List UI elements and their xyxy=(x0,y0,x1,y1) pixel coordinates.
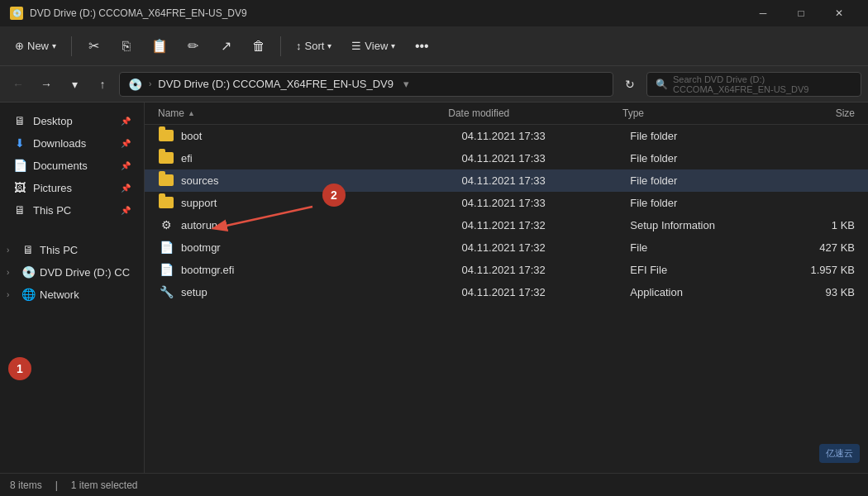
file-date: 04.11.2021 17:33 xyxy=(462,152,631,165)
this-pc-icon: 🖥 xyxy=(13,203,26,217)
file-name: sources xyxy=(181,174,462,187)
file-date: 04.11.2021 17:33 xyxy=(462,197,631,209)
file-type: File folder xyxy=(630,152,770,165)
share-button[interactable]: ↗ xyxy=(211,31,241,61)
documents-icon: 📄 xyxy=(13,159,26,172)
file-size: 93 KB xyxy=(770,286,855,298)
file-row-sources[interactable]: sources 04.11.2021 17:33 File folder xyxy=(145,169,868,192)
annotation-badge-2: 2 xyxy=(322,184,346,207)
address-dropdown-button[interactable]: ▾ xyxy=(398,72,415,97)
rename-button[interactable]: ✏ xyxy=(178,31,207,61)
column-name[interactable]: Name ▲ xyxy=(158,107,448,119)
search-placeholder: Search DVD Drive (D:) CCCOMA_X64FRE_EN-U… xyxy=(673,74,852,94)
up-directory-button[interactable]: ↑ xyxy=(91,73,114,96)
sidebar-tree-this-pc[interactable]: › 🖥 This PC xyxy=(0,239,144,260)
title-bar: 💿 DVD Drive (D:) CCCOMA_X64FRE_EN-US_DV9… xyxy=(0,0,868,26)
sidebar-item-label: Pictures xyxy=(33,182,72,194)
sidebar-item-label: Desktop xyxy=(33,115,73,127)
file-type: File folder xyxy=(630,197,770,209)
address-bar: ← → ▾ ↑ 💿 › DVD Drive (D:) CCCOMA_X64FRE… xyxy=(0,66,868,103)
sidebar-tree-network[interactable]: › 🌐 Network xyxy=(0,284,144,305)
sort-icon: ↕ xyxy=(296,40,302,52)
column-size[interactable]: Size xyxy=(768,107,855,119)
path-separator: › xyxy=(149,79,151,88)
minimize-button[interactable]: ─ xyxy=(744,0,782,26)
maximize-button[interactable]: □ xyxy=(782,0,820,26)
forward-button[interactable]: → xyxy=(35,73,58,96)
search-box[interactable]: 🔍 Search DVD Drive (D:) CCCOMA_X64FRE_EN… xyxy=(646,72,861,97)
view-button[interactable]: ☰ View ▾ xyxy=(343,35,403,57)
pin-icon: 📌 xyxy=(121,184,131,193)
efi-file-icon: 📄 xyxy=(158,263,174,276)
toolbar: ⊕ New ▾ ✂ ⎘ 📋 ✏ ↗ 🗑 ↕ Sort ▾ ☰ View ▾ ••… xyxy=(0,26,868,66)
file-row-bootmgr-efi[interactable]: 📄 bootmgr.efi 04.11.2021 17:32 EFI File … xyxy=(145,259,868,281)
sidebar-item-pictures[interactable]: 🖼 Pictures 📌 xyxy=(3,177,141,198)
recent-locations-button[interactable]: ▾ xyxy=(63,73,86,96)
sidebar-item-documents[interactable]: 📄 Documents 📌 xyxy=(3,155,141,176)
folder-icon xyxy=(158,151,174,165)
file-type: EFI File xyxy=(630,264,770,276)
close-button[interactable]: ✕ xyxy=(820,0,858,26)
file-row-setup[interactable]: 🔧 setup 04.11.2021 17:32 Application 93 … xyxy=(145,281,868,303)
file-type: Application xyxy=(630,286,770,298)
plus-icon: ⊕ xyxy=(15,40,24,52)
selected-count: 1 item selected xyxy=(71,479,138,491)
chevron-down-icon: ▾ xyxy=(52,41,56,50)
file-name: boot xyxy=(181,130,462,142)
file-row-bootmgr[interactable]: 📄 bootmgr 04.11.2021 17:32 File 427 KB xyxy=(145,236,868,259)
sidebar-tree-dvd-drive[interactable]: › 💿 DVD Drive (D:) CC xyxy=(0,261,144,283)
window-title: DVD Drive (D:) CCCOMA_X64FRE_EN-US_DV9 xyxy=(30,7,247,19)
cut-button[interactable]: ✂ xyxy=(79,31,108,61)
file-name: support xyxy=(181,197,462,209)
file-name: setup xyxy=(181,286,462,298)
toolbar-divider-2 xyxy=(280,36,281,56)
file-name: autorun xyxy=(181,219,462,231)
back-button[interactable]: ← xyxy=(7,73,30,96)
paste-button[interactable]: 📋 xyxy=(145,31,174,61)
selected-count-separator: | xyxy=(55,479,58,491)
pin-icon: 📌 xyxy=(121,117,131,126)
sidebar-tree-label: Network xyxy=(40,289,79,301)
view-label: View xyxy=(365,40,388,52)
refresh-button[interactable]: ↻ xyxy=(618,73,641,96)
drive-icon: 💿 xyxy=(128,78,142,91)
downloads-icon: ⬇ xyxy=(13,136,26,150)
sidebar-item-desktop[interactable]: 🖥 Desktop 📌 xyxy=(3,110,141,131)
main-container: 🖥 Desktop 📌 ⬇ Downloads 📌 📄 Documents 📌 … xyxy=(0,103,868,473)
sort-button[interactable]: ↕ Sort ▾ xyxy=(288,35,340,57)
new-label: New xyxy=(27,40,49,52)
view-chevron-icon: ▾ xyxy=(391,41,395,50)
file-row-autorun[interactable]: ⚙ autorun 04.11.2021 17:32 Setup Informa… xyxy=(145,214,868,236)
file-icon: 📄 xyxy=(158,241,174,254)
file-date: 04.11.2021 17:32 xyxy=(462,241,631,254)
file-row-efi[interactable]: efi 04.11.2021 17:33 File folder xyxy=(145,147,868,169)
file-date: 04.11.2021 17:32 xyxy=(462,264,631,276)
more-options-button[interactable]: ••• xyxy=(407,31,436,61)
folder-icon xyxy=(158,174,174,187)
file-list-header: Name ▲ Date modified Type Size xyxy=(145,103,868,125)
sort-label: Sort xyxy=(305,40,325,52)
file-size: 1.957 KB xyxy=(770,264,855,276)
column-type[interactable]: Type xyxy=(622,107,768,119)
tree-dvd-icon: 💿 xyxy=(21,265,35,279)
sidebar-item-this-pc[interactable]: 🖥 This PC 📌 xyxy=(3,199,141,221)
new-button[interactable]: ⊕ New ▾ xyxy=(7,35,64,57)
view-icon: ☰ xyxy=(351,40,361,52)
file-row-boot[interactable]: boot 04.11.2021 17:33 File folder xyxy=(145,125,868,147)
sidebar-item-downloads[interactable]: ⬇ Downloads 📌 xyxy=(3,132,141,154)
file-date: 04.11.2021 17:32 xyxy=(462,219,631,231)
copy-button[interactable]: ⎘ xyxy=(112,31,141,61)
tree-chevron-icon: › xyxy=(7,268,17,277)
address-path-box[interactable]: 💿 › DVD Drive (D:) CCCOMA_X64FRE_EN-US_D… xyxy=(119,72,613,97)
file-row-support[interactable]: support 04.11.2021 17:33 File folder xyxy=(145,192,868,214)
column-date-modified[interactable]: Date modified xyxy=(448,107,622,119)
delete-button[interactable]: 🗑 xyxy=(244,31,274,61)
setup-info-icon: ⚙ xyxy=(158,218,174,231)
folder-icon xyxy=(158,196,174,209)
sidebar-item-label: Documents xyxy=(33,160,88,172)
sidebar: 🖥 Desktop 📌 ⬇ Downloads 📌 📄 Documents 📌 … xyxy=(0,103,145,473)
file-name: bootmgr.efi xyxy=(181,264,462,276)
sidebar-item-label: This PC xyxy=(33,204,71,217)
folder-icon xyxy=(158,129,174,142)
pin-icon: 📌 xyxy=(121,139,131,148)
